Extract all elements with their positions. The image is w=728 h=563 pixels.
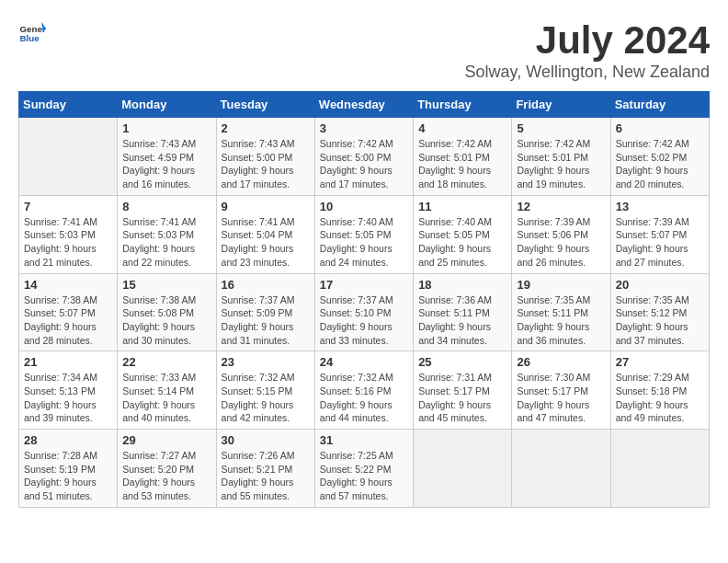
day-info: Sunrise: 7:42 AM Sunset: 5:01 PM Dayligh… [517, 137, 605, 191]
day-number: 27 [616, 355, 704, 369]
day-number: 18 [418, 278, 506, 292]
day-info: Sunrise: 7:43 AM Sunset: 5:00 PM Dayligh… [222, 137, 310, 191]
day-number: 9 [222, 200, 310, 213]
day-number: 17 [320, 278, 408, 292]
day-info: Sunrise: 7:41 AM Sunset: 5:03 PM Dayligh… [122, 215, 210, 270]
day-info: Sunrise: 7:37 AM Sunset: 5:09 PM Dayligh… [222, 293, 310, 348]
calendar-cell: 30Sunrise: 7:26 AM Sunset: 5:21 PM Dayli… [216, 430, 314, 508]
calendar-cell: 17Sunrise: 7:37 AM Sunset: 5:10 PM Dayli… [314, 273, 413, 351]
day-number: 26 [517, 355, 605, 369]
logo: General Blue [18, 18, 46, 46]
day-info: Sunrise: 7:29 AM Sunset: 5:18 PM Dayligh… [616, 371, 704, 425]
calendar-cell [19, 118, 118, 196]
day-info: Sunrise: 7:42 AM Sunset: 5:02 PM Dayligh… [616, 137, 704, 191]
day-info: Sunrise: 7:38 AM Sunset: 5:07 PM Dayligh… [24, 293, 112, 348]
day-number: 20 [616, 278, 704, 292]
day-info: Sunrise: 7:38 AM Sunset: 5:08 PM Dayligh… [122, 293, 210, 348]
calendar-cell: 13Sunrise: 7:39 AM Sunset: 5:07 PM Dayli… [610, 195, 709, 273]
calendar-cell: 28Sunrise: 7:28 AM Sunset: 5:19 PM Dayli… [19, 430, 118, 508]
day-info: Sunrise: 7:32 AM Sunset: 5:15 PM Dayligh… [222, 371, 310, 425]
calendar-table: SundayMondayTuesdayWednesdayThursdayFrid… [18, 91, 710, 508]
day-number: 21 [24, 355, 112, 369]
day-number: 8 [122, 200, 210, 213]
calendar-week-row: 7Sunrise: 7:41 AM Sunset: 5:03 PM Daylig… [19, 195, 710, 273]
calendar-cell: 10Sunrise: 7:40 AM Sunset: 5:05 PM Dayli… [314, 195, 413, 273]
day-info: Sunrise: 7:35 AM Sunset: 5:12 PM Dayligh… [616, 293, 704, 348]
weekday-header-row: SundayMondayTuesdayWednesdayThursdayFrid… [19, 92, 710, 118]
day-number: 4 [418, 121, 506, 135]
day-info: Sunrise: 7:28 AM Sunset: 5:19 PM Dayligh… [24, 449, 112, 503]
day-number: 16 [222, 278, 310, 292]
day-info: Sunrise: 7:34 AM Sunset: 5:13 PM Dayligh… [24, 371, 112, 425]
svg-text:Blue: Blue [20, 33, 40, 43]
calendar-cell: 22Sunrise: 7:33 AM Sunset: 5:14 PM Dayli… [118, 351, 216, 430]
calendar-cell: 20Sunrise: 7:35 AM Sunset: 5:12 PM Dayli… [610, 273, 709, 351]
day-number: 19 [517, 278, 605, 292]
calendar-cell: 16Sunrise: 7:37 AM Sunset: 5:09 PM Dayli… [216, 273, 314, 351]
day-info: Sunrise: 7:27 AM Sunset: 5:20 PM Dayligh… [122, 449, 210, 503]
weekday-header-cell: Friday [512, 92, 610, 118]
logo-icon: General Blue [18, 18, 46, 46]
calendar-cell: 25Sunrise: 7:31 AM Sunset: 5:17 PM Dayli… [414, 351, 512, 430]
calendar-cell [512, 430, 610, 508]
calendar-cell: 24Sunrise: 7:32 AM Sunset: 5:16 PM Dayli… [314, 351, 413, 430]
weekday-header-cell: Monday [118, 92, 216, 118]
calendar-cell: 19Sunrise: 7:35 AM Sunset: 5:11 PM Dayli… [512, 273, 610, 351]
title-area: July 2024 Solway, Wellington, New Zealan… [465, 18, 710, 82]
day-info: Sunrise: 7:39 AM Sunset: 5:07 PM Dayligh… [616, 215, 704, 270]
calendar-cell [414, 430, 512, 508]
day-number: 30 [222, 433, 310, 447]
weekday-header-cell: Tuesday [216, 92, 314, 118]
day-number: 3 [320, 121, 408, 135]
calendar-cell: 7Sunrise: 7:41 AM Sunset: 5:03 PM Daylig… [19, 195, 118, 273]
calendar-cell: 4Sunrise: 7:42 AM Sunset: 5:01 PM Daylig… [414, 118, 512, 196]
day-info: Sunrise: 7:26 AM Sunset: 5:21 PM Dayligh… [222, 449, 310, 503]
calendar-week-row: 1Sunrise: 7:43 AM Sunset: 4:59 PM Daylig… [19, 118, 710, 196]
day-number: 24 [320, 355, 408, 369]
day-info: Sunrise: 7:31 AM Sunset: 5:17 PM Dayligh… [418, 371, 506, 425]
calendar-cell: 15Sunrise: 7:38 AM Sunset: 5:08 PM Dayli… [118, 273, 216, 351]
day-number: 10 [320, 200, 408, 213]
day-number: 31 [320, 433, 408, 447]
calendar-cell: 8Sunrise: 7:41 AM Sunset: 5:03 PM Daylig… [118, 195, 216, 273]
page-header: General Blue July 2024 Solway, Wellingto… [18, 18, 710, 82]
calendar-cell: 9Sunrise: 7:41 AM Sunset: 5:04 PM Daylig… [216, 195, 314, 273]
day-info: Sunrise: 7:32 AM Sunset: 5:16 PM Dayligh… [320, 371, 408, 425]
day-info: Sunrise: 7:42 AM Sunset: 5:01 PM Dayligh… [418, 137, 506, 191]
day-number: 22 [122, 355, 210, 369]
calendar-cell: 6Sunrise: 7:42 AM Sunset: 5:02 PM Daylig… [610, 118, 709, 196]
day-number: 1 [122, 121, 210, 135]
calendar-week-row: 14Sunrise: 7:38 AM Sunset: 5:07 PM Dayli… [19, 273, 710, 351]
calendar-week-row: 28Sunrise: 7:28 AM Sunset: 5:19 PM Dayli… [19, 430, 710, 508]
location-title: Solway, Wellington, New Zealand [465, 63, 710, 82]
day-info: Sunrise: 7:37 AM Sunset: 5:10 PM Dayligh… [320, 293, 408, 348]
calendar-cell: 2Sunrise: 7:43 AM Sunset: 5:00 PM Daylig… [216, 118, 314, 196]
calendar-cell: 11Sunrise: 7:40 AM Sunset: 5:05 PM Dayli… [414, 195, 512, 273]
day-number: 5 [517, 121, 605, 135]
day-number: 13 [616, 200, 704, 213]
day-number: 25 [418, 355, 506, 369]
calendar-cell: 27Sunrise: 7:29 AM Sunset: 5:18 PM Dayli… [610, 351, 709, 430]
calendar-cell: 29Sunrise: 7:27 AM Sunset: 5:20 PM Dayli… [118, 430, 216, 508]
day-number: 6 [616, 121, 704, 135]
weekday-header-cell: Wednesday [314, 92, 413, 118]
day-info: Sunrise: 7:42 AM Sunset: 5:00 PM Dayligh… [320, 137, 408, 191]
day-number: 7 [24, 200, 112, 213]
weekday-header-cell: Sunday [19, 92, 118, 118]
weekday-header-cell: Thursday [414, 92, 512, 118]
day-number: 28 [24, 433, 112, 447]
day-number: 15 [122, 278, 210, 292]
day-info: Sunrise: 7:41 AM Sunset: 5:04 PM Dayligh… [222, 215, 310, 270]
day-info: Sunrise: 7:30 AM Sunset: 5:17 PM Dayligh… [517, 371, 605, 425]
day-number: 14 [24, 278, 112, 292]
calendar-cell: 31Sunrise: 7:25 AM Sunset: 5:22 PM Dayli… [314, 430, 413, 508]
month-title: July 2024 [465, 18, 710, 63]
calendar-cell: 1Sunrise: 7:43 AM Sunset: 4:59 PM Daylig… [118, 118, 216, 196]
day-number: 12 [517, 200, 605, 213]
day-info: Sunrise: 7:25 AM Sunset: 5:22 PM Dayligh… [320, 449, 408, 503]
calendar-cell: 12Sunrise: 7:39 AM Sunset: 5:06 PM Dayli… [512, 195, 610, 273]
day-info: Sunrise: 7:40 AM Sunset: 5:05 PM Dayligh… [320, 215, 408, 270]
calendar-body: 1Sunrise: 7:43 AM Sunset: 4:59 PM Daylig… [19, 118, 710, 508]
day-number: 29 [122, 433, 210, 447]
calendar-week-row: 21Sunrise: 7:34 AM Sunset: 5:13 PM Dayli… [19, 351, 710, 430]
